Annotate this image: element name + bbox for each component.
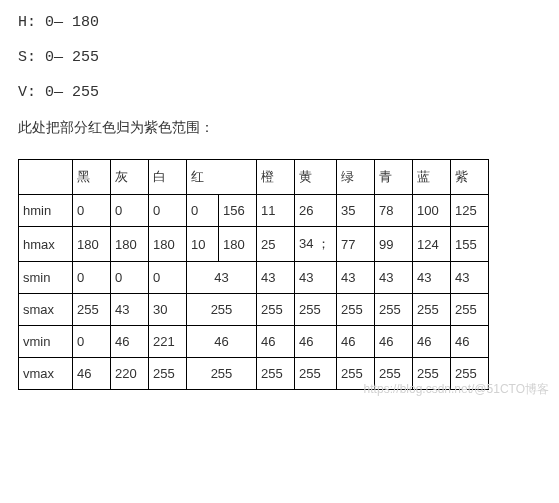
cell: 255	[295, 294, 337, 326]
cell: 255	[337, 294, 375, 326]
cell: 43	[257, 262, 295, 294]
cell: 43	[337, 262, 375, 294]
header-yellow: 黄	[295, 160, 337, 195]
cell: 34 ；	[295, 227, 337, 262]
table-row: hmax 180 180 180 10 180 25 34 ； 77 99 12…	[19, 227, 489, 262]
cell: 43	[413, 262, 451, 294]
cell: 43	[187, 262, 257, 294]
cell: 255	[295, 358, 337, 390]
row-label-vmax: vmax	[19, 358, 73, 390]
cell: 0	[187, 195, 219, 227]
cell: 255	[337, 358, 375, 390]
cell: 43	[451, 262, 489, 294]
cell: 100	[413, 195, 451, 227]
cell: 46	[337, 326, 375, 358]
cell: 255	[413, 358, 451, 390]
cell: 124	[413, 227, 451, 262]
cell: 255	[375, 358, 413, 390]
cell: 255	[451, 294, 489, 326]
cell: 0	[73, 195, 111, 227]
cell: 11	[257, 195, 295, 227]
cell: 10	[187, 227, 219, 262]
cell: 46	[257, 326, 295, 358]
range-h: H: 0— 180	[18, 14, 541, 31]
cell: 255	[187, 358, 257, 390]
cell: 43	[295, 262, 337, 294]
header-white: 白	[149, 160, 187, 195]
cell: 0	[111, 195, 149, 227]
header-blank	[19, 160, 73, 195]
cell: 255	[187, 294, 257, 326]
cell: 43	[111, 294, 149, 326]
row-label-hmax: hmax	[19, 227, 73, 262]
cell: 78	[375, 195, 413, 227]
cell: 46	[295, 326, 337, 358]
header-orange: 橙	[257, 160, 295, 195]
cell: 0	[73, 262, 111, 294]
cell: 99	[375, 227, 413, 262]
cell: 0	[149, 195, 187, 227]
table-row: vmin 0 46 221 46 46 46 46 46 46 46	[19, 326, 489, 358]
cell: 156	[219, 195, 257, 227]
header-red: 红	[187, 160, 257, 195]
cell: 46	[375, 326, 413, 358]
cell: 46	[187, 326, 257, 358]
header-cyan: 青	[375, 160, 413, 195]
range-v: V: 0— 255	[18, 84, 541, 101]
cell: 77	[337, 227, 375, 262]
cell: 255	[73, 294, 111, 326]
cell: 255	[257, 294, 295, 326]
cell: 35	[337, 195, 375, 227]
row-label-vmin: vmin	[19, 326, 73, 358]
table-row: smin 0 0 0 43 43 43 43 43 43 43	[19, 262, 489, 294]
cell: 255	[375, 294, 413, 326]
cell: 46	[413, 326, 451, 358]
cell: 0	[111, 262, 149, 294]
cell: 0	[149, 262, 187, 294]
description-text: 此处把部分红色归为紫色范围：	[18, 119, 541, 137]
cell: 255	[257, 358, 295, 390]
range-s: S: 0— 255	[18, 49, 541, 66]
table-row: vmax 46 220 255 255 255 255 255 255 255 …	[19, 358, 489, 390]
header-purple: 紫	[451, 160, 489, 195]
cell: 43	[375, 262, 413, 294]
cell: 155	[451, 227, 489, 262]
row-label-smin: smin	[19, 262, 73, 294]
cell: 255	[149, 358, 187, 390]
header-gray: 灰	[111, 160, 149, 195]
table-header-row: 黑 灰 白 红 橙 黄 绿 青 蓝 紫	[19, 160, 489, 195]
table-row: smax 255 43 30 255 255 255 255 255 255 2…	[19, 294, 489, 326]
cell: 255	[451, 358, 489, 390]
cell: 180	[149, 227, 187, 262]
row-label-hmin: hmin	[19, 195, 73, 227]
header-black: 黑	[73, 160, 111, 195]
cell: 30	[149, 294, 187, 326]
header-green: 绿	[337, 160, 375, 195]
table-row: hmin 0 0 0 0 156 11 26 35 78 100 125	[19, 195, 489, 227]
cell: 46	[451, 326, 489, 358]
cell: 220	[111, 358, 149, 390]
cell: 221	[149, 326, 187, 358]
header-blue: 蓝	[413, 160, 451, 195]
cell: 255	[413, 294, 451, 326]
cell: 180	[73, 227, 111, 262]
row-label-smax: smax	[19, 294, 73, 326]
hsv-threshold-table: 黑 灰 白 红 橙 黄 绿 青 蓝 紫 hmin 0 0 0 0 156 11 …	[18, 159, 489, 390]
cell: 46	[111, 326, 149, 358]
cell: 125	[451, 195, 489, 227]
cell: 25	[257, 227, 295, 262]
cell: 180	[111, 227, 149, 262]
cell: 0	[73, 326, 111, 358]
cell: 46	[73, 358, 111, 390]
cell: 180	[219, 227, 257, 262]
cell: 26	[295, 195, 337, 227]
